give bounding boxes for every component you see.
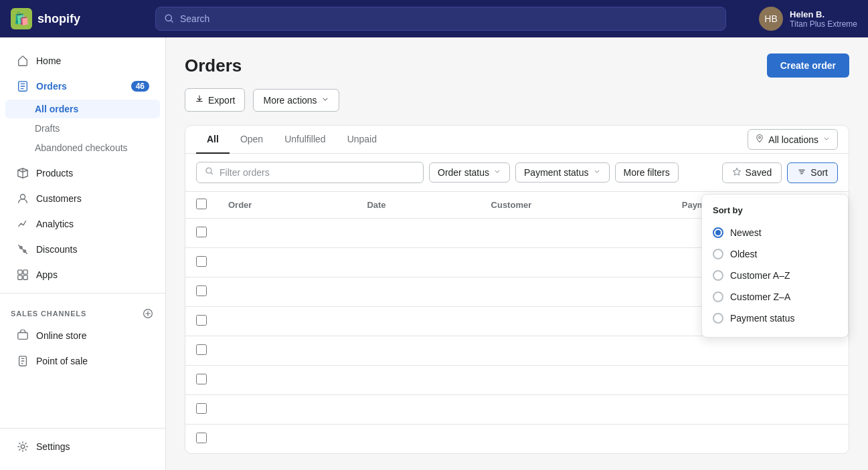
- sort-button[interactable]: Sort: [787, 162, 838, 183]
- filter-input-wrapper[interactable]: [196, 162, 424, 183]
- sidebar-item-orders[interactable]: Orders 46: [5, 74, 160, 98]
- sort-customer-az-radio: [713, 270, 723, 281]
- row-checkbox[interactable]: [196, 227, 207, 237]
- order-column-header: Order: [218, 192, 356, 219]
- sales-channels-section: SALES CHANNELS: [0, 299, 165, 323]
- sidebar-item-customers[interactable]: Customers: [5, 187, 160, 211]
- order-cell: [218, 395, 356, 425]
- filter-search-icon: [205, 166, 214, 179]
- user-area: HB Helen B. Titan Plus Extreme: [737, 7, 857, 31]
- payment-cell: [671, 366, 849, 395]
- row-checkbox[interactable]: [196, 403, 207, 414]
- tab-open[interactable]: Open: [230, 126, 274, 154]
- payment-cell: [671, 336, 849, 366]
- user-store: Titan Plus Extreme: [790, 19, 857, 29]
- analytics-label: Analytics: [36, 219, 74, 229]
- export-button[interactable]: Export: [185, 88, 245, 112]
- export-label: Export: [208, 95, 235, 106]
- row-checkbox[interactable]: [196, 315, 207, 326]
- saved-button[interactable]: Saved: [722, 162, 782, 183]
- sidebar-sub-item-abandoned-checkouts[interactable]: Abandoned checkouts: [5, 138, 160, 157]
- customer-cell: [481, 277, 671, 307]
- row-checkbox[interactable]: [196, 344, 207, 355]
- payment-status-label: Payment status: [524, 167, 589, 178]
- page-actions: Export More actions: [185, 88, 849, 112]
- order-cell: [218, 277, 356, 307]
- sort-option-payment-status[interactable]: Payment status: [702, 308, 848, 329]
- products-icon: [16, 166, 29, 180]
- sidebar-item-analytics[interactable]: Analytics: [5, 212, 160, 236]
- table-row[interactable]: [185, 395, 849, 425]
- location-select[interactable]: All locations: [748, 129, 838, 150]
- svg-point-11: [759, 136, 761, 138]
- sidebar-item-home[interactable]: Home: [5, 49, 160, 73]
- row-checkbox[interactable]: [196, 285, 207, 296]
- sidebar-item-online-store[interactable]: Online store: [5, 324, 160, 348]
- more-filters-button[interactable]: More filters: [615, 162, 679, 183]
- customer-cell: [481, 219, 671, 248]
- chevron-down-icon: [321, 95, 329, 106]
- discounts-icon: [16, 243, 29, 256]
- sort-dropdown-title: Sort by: [702, 203, 848, 222]
- sidebar-item-point-of-sale[interactable]: Point of sale: [5, 349, 160, 373]
- table-row[interactable]: [185, 336, 849, 366]
- payment-cell: [671, 425, 849, 454]
- sidebar-item-products[interactable]: Products: [5, 161, 160, 185]
- saved-label: Saved: [746, 167, 772, 178]
- table-row[interactable]: [185, 366, 849, 395]
- more-actions-button[interactable]: More actions: [253, 89, 339, 112]
- sort-customer-za-label: Customer Z–A: [730, 291, 790, 302]
- sort-payment-status-label: Payment status: [730, 313, 795, 324]
- order-status-filter[interactable]: Order status: [429, 162, 510, 183]
- tab-unfulfilled[interactable]: Unfulfilled: [274, 126, 336, 154]
- tab-all[interactable]: All: [196, 126, 230, 154]
- sidebar-sub-item-all-orders[interactable]: All orders: [5, 100, 160, 118]
- search-input[interactable]: [180, 13, 717, 24]
- select-all-header: [185, 192, 218, 219]
- date-cell: [356, 219, 480, 248]
- sidebar-item-discounts[interactable]: Discounts: [5, 237, 160, 261]
- table-row[interactable]: [185, 425, 849, 454]
- search-bar[interactable]: [155, 7, 726, 31]
- select-all-checkbox[interactable]: [196, 199, 207, 209]
- create-order-button[interactable]: Create order: [767, 53, 849, 78]
- orders-badge: 46: [131, 81, 149, 92]
- drafts-label: Drafts: [35, 123, 60, 134]
- add-sales-channel-button[interactable]: [141, 307, 155, 320]
- orders-sub-items: All orders Drafts Abandoned checkouts: [0, 99, 165, 160]
- svg-rect-3: [18, 270, 22, 274]
- user-info: Helen B. Titan Plus Extreme: [790, 9, 857, 29]
- filter-orders-input[interactable]: [220, 167, 415, 178]
- online-store-label: Online store: [36, 330, 86, 341]
- avatar: HB: [759, 7, 783, 31]
- sidebar-sub-item-drafts[interactable]: Drafts: [5, 119, 160, 138]
- settings-label: Settings: [36, 441, 70, 452]
- sort-option-newest[interactable]: Newest: [702, 222, 848, 243]
- sort-customer-za-radio: [713, 291, 723, 302]
- row-checkbox[interactable]: [196, 256, 207, 267]
- customer-column-header: Customer: [481, 192, 671, 219]
- row-checkbox[interactable]: [196, 374, 207, 384]
- main-layout: Home Orders 46 All orders Drafts Abandon…: [0, 37, 868, 470]
- point-of-sale-label: Point of sale: [36, 356, 88, 366]
- date-cell: [356, 248, 480, 277]
- svg-point-2: [20, 195, 25, 199]
- logo[interactable]: 🛍️ shopify: [11, 8, 145, 29]
- row-checkbox[interactable]: [196, 433, 207, 443]
- sidebar: Home Orders 46 All orders Drafts Abandon…: [0, 37, 166, 470]
- sidebar-item-settings[interactable]: Settings: [5, 435, 160, 459]
- tab-unpaid[interactable]: Unpaid: [337, 126, 387, 154]
- filter-bar: Order status Payment status More filters: [185, 154, 849, 192]
- order-status-label: Order status: [438, 167, 489, 178]
- customer-cell: [481, 395, 671, 425]
- more-actions-label: More actions: [263, 95, 317, 106]
- sort-option-oldest[interactable]: Oldest: [702, 243, 848, 265]
- apps-icon: [16, 268, 29, 281]
- sort-option-customer-az[interactable]: Customer A–Z: [702, 265, 848, 286]
- payment-cell: [671, 395, 849, 425]
- sidebar-item-apps[interactable]: Apps: [5, 263, 160, 287]
- date-cell: [356, 277, 480, 307]
- sort-option-customer-za[interactable]: Customer Z–A: [702, 286, 848, 308]
- payment-status-filter[interactable]: Payment status: [515, 162, 610, 183]
- discounts-label: Discounts: [36, 244, 77, 255]
